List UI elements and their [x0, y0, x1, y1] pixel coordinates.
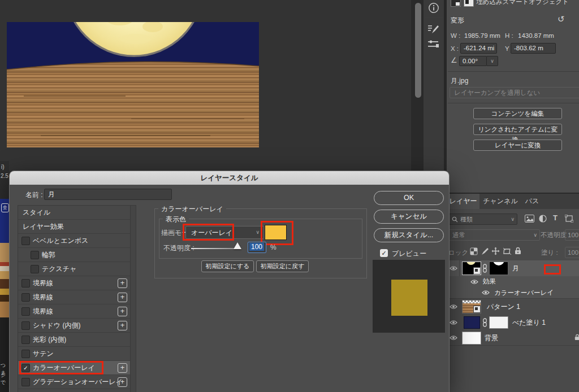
- document-image: [7, 22, 259, 147]
- layer-name: 効果: [483, 276, 496, 287]
- layer-name-label: 名前 :: [25, 190, 43, 200]
- style-checkbox[interactable]: [21, 307, 30, 316]
- style-label: 境界線: [33, 290, 53, 304]
- style-list-row-11[interactable]: サテン: [18, 347, 130, 361]
- link-mask-icon: [482, 318, 487, 327]
- layer-name: 背景: [485, 330, 498, 345]
- layer-row-4[interactable]: パターン 1: [447, 299, 579, 315]
- style-label: テクスチャ: [42, 262, 76, 276]
- add-effect-button[interactable]: +: [118, 377, 127, 387]
- percent-sign: %: [270, 243, 276, 251]
- badge-glyph: [475, 269, 478, 272]
- link-mask-icon: [482, 264, 487, 273]
- style-checkbox[interactable]: [21, 237, 30, 245]
- style-list: スタイルレイヤー効果ベベルとエンボス輪郭テクスチャ境界線+境界線+境界線+シャド…: [18, 205, 131, 392]
- ok-button[interactable]: OK: [374, 191, 444, 205]
- style-label: スタイル: [23, 206, 50, 219]
- style-list-row-4[interactable]: 輪郭: [18, 248, 130, 262]
- style-list-row-1[interactable]: スタイル: [18, 206, 130, 220]
- layer-name-input[interactable]: 月: [44, 189, 172, 200]
- smart-object-badge-icon: [473, 267, 481, 275]
- layer-thumbnail[interactable]: [462, 262, 481, 275]
- style-list-row-13[interactable]: グラデーションオーバーレイ+: [18, 375, 130, 389]
- cancel-button[interactable]: キャンセル: [374, 210, 444, 224]
- fragment-burger-image: [0, 243, 9, 317]
- layer-mask-thumbnail[interactable]: [489, 262, 508, 275]
- fill-color-thumbnail[interactable]: [464, 316, 480, 329]
- make-default-button[interactable]: 初期設定にする: [201, 260, 254, 272]
- info-panel-icon[interactable]: [428, 2, 439, 14]
- overlay-opacity-label: 不透明度 :: [163, 243, 195, 253]
- style-list-scrollbar[interactable]: [130, 205, 136, 392]
- reset-default-button[interactable]: 初期設定に戻す: [256, 260, 309, 272]
- pattern-thumbnail[interactable]: [462, 300, 481, 313]
- style-list-row-2[interactable]: レイヤー効果: [18, 220, 130, 234]
- style-list-row-12[interactable]: ✓カラーオーバーレイ+: [18, 361, 130, 375]
- style-list-row-3[interactable]: ベベルとエンボス: [18, 234, 130, 248]
- style-label: 輪郭: [42, 248, 55, 262]
- opacity-slider-handle[interactable]: [234, 242, 241, 249]
- color-overlay-highlight: [19, 361, 103, 374]
- panel-icon-strip: [424, 0, 444, 171]
- thumb-moon-sliver: [466, 262, 476, 265]
- style-list-row-8[interactable]: 境界線+: [18, 304, 130, 319]
- visibility-eye-icon[interactable]: [470, 279, 478, 285]
- opacity-slider-track[interactable]: [191, 248, 237, 249]
- style-checkbox[interactable]: [21, 321, 30, 330]
- style-checkbox[interactable]: [21, 350, 30, 358]
- visibility-eye-icon[interactable]: [450, 304, 457, 310]
- add-effect-button[interactable]: +: [118, 307, 127, 316]
- visibility-eye-icon[interactable]: [450, 320, 457, 325]
- layer-row-2[interactable]: 効果: [447, 276, 579, 288]
- style-label: ベベルとエンボス: [33, 234, 88, 247]
- canvas-scrollbar-thumb[interactable]: [415, 3, 421, 98]
- blend-mode-highlight: [183, 224, 234, 241]
- style-list-row-10[interactable]: 光彩 (内側): [18, 333, 130, 347]
- mask-moon-sliver: [493, 262, 504, 265]
- style-checkbox[interactable]: [21, 293, 30, 302]
- layer-row-1[interactable]: 月: [447, 260, 579, 277]
- style-checkbox[interactable]: [21, 378, 30, 386]
- fill-mask-thumbnail[interactable]: [489, 316, 508, 329]
- layer-row-5[interactable]: べた塗り 1: [447, 315, 579, 331]
- visibility-eye-icon[interactable]: [482, 290, 490, 295]
- preview-label: プレビュー: [392, 249, 426, 259]
- background-thumbnail[interactable]: [462, 332, 481, 345]
- layer-style-dialog: レイヤースタイル 名前 : 月 スタイルレイヤー効果ベベルとエンボス輪郭テクスチ…: [9, 171, 450, 392]
- visibility-eye-icon[interactable]: [450, 335, 457, 341]
- canvas-scrollbar-track[interactable]: [411, 0, 424, 171]
- style-label: シャドウ (内側): [33, 319, 80, 332]
- fragment-caption-2: ジで: [1, 372, 9, 386]
- tool-presets-panel-icon[interactable]: [427, 40, 440, 50]
- opacity-value-box[interactable]: 100: [248, 242, 266, 253]
- canvas-area: [0, 0, 411, 171]
- style-list-row-5[interactable]: テクスチャ: [18, 262, 130, 276]
- pattern-badge-icon: [473, 306, 481, 313]
- style-checkbox[interactable]: [31, 251, 39, 259]
- add-effect-button[interactable]: +: [118, 363, 127, 373]
- preview-checkbox[interactable]: ✓: [380, 249, 388, 257]
- transparency-checker-strip: [463, 300, 481, 303]
- style-label: サテン: [33, 347, 54, 360]
- style-checkbox[interactable]: [21, 279, 30, 288]
- layer-name: 月: [512, 260, 519, 276]
- style-checkbox[interactable]: [31, 265, 39, 273]
- opacity-value-text: 100: [249, 243, 264, 251]
- color-overlay-group-title: カラーオーバーレイ: [158, 204, 226, 214]
- style-list-row-7[interactable]: 境界線+: [18, 290, 130, 304]
- eye-column-divider: [459, 260, 460, 276]
- style-label: 境界線: [33, 304, 53, 318]
- new-style-button[interactable]: 新規スタイル...: [374, 228, 444, 242]
- style-list-row-9[interactable]: シャドウ (内側)+: [18, 319, 130, 333]
- style-list-row-6[interactable]: 境界線+: [18, 276, 130, 290]
- dialog-title-bar[interactable]: レイヤースタイル: [10, 171, 449, 185]
- style-label: 光彩 (内側): [33, 333, 66, 346]
- style-checkbox[interactable]: [21, 336, 30, 344]
- add-effect-button[interactable]: +: [118, 321, 127, 330]
- brush-settings-panel-icon[interactable]: [427, 24, 440, 35]
- layer-row-6[interactable]: 背景: [447, 330, 579, 346]
- add-effect-button[interactable]: +: [118, 278, 127, 288]
- visibility-eye-icon[interactable]: [450, 265, 457, 271]
- add-effect-button[interactable]: +: [118, 293, 127, 302]
- layer-row-3[interactable]: カラーオーバーレイ: [447, 287, 579, 299]
